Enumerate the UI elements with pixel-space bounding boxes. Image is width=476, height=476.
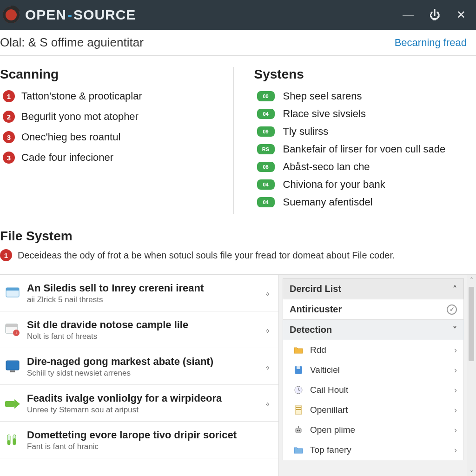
status-pill-icon: 08 <box>257 162 275 172</box>
report-text: An Siledis sell to Inrey crereni ireant … <box>27 282 204 304</box>
help-link[interactable]: Becarning fread <box>395 37 467 49</box>
report-sub: aii Zlrick 5 nail thrests <box>27 295 204 304</box>
side-item[interactable]: Rdd › <box>283 340 464 360</box>
svg-rect-9 <box>5 401 14 407</box>
file-system-heading: File System <box>0 229 476 244</box>
side-item[interactable]: Openillart › <box>283 400 464 420</box>
scanning-item[interactable]: 1 Tatton'stone & prooticaplar <box>3 90 222 102</box>
report-row[interactable]: + Sit dle dravide notose cample lile Nol… <box>0 311 278 348</box>
scroll-thumb[interactable] <box>469 287 474 361</box>
report-title: Sit dle dravide notose cample lile <box>27 319 188 331</box>
systems-item-label: Suemany afentisdel <box>283 196 373 208</box>
window-alert-icon: + <box>5 322 20 338</box>
systems-item[interactable]: 08 Abåst-seco lan che <box>257 161 476 173</box>
scroll-down-icon[interactable]: ˅ <box>470 469 473 476</box>
scanning-item-label: Onec'hieg bes roantul <box>21 131 120 143</box>
breadcrumb-bar: Olal: & S offime aguientitar Becarning f… <box>0 30 476 56</box>
svg-point-23 <box>299 430 300 431</box>
side-item-label: Openillart <box>310 405 348 415</box>
side-inner: Dercird List ˄ Antiricuster ✓ Detection … <box>279 275 467 476</box>
systems-column: Systens 00 Shep seel sarens 04 Rlace siv… <box>233 67 476 214</box>
scanning-item[interactable]: 3 Onec'hieg bes roantul <box>3 131 222 143</box>
clock-icon <box>293 385 304 395</box>
alert-badge-icon: 1 <box>0 249 12 261</box>
systems-item[interactable]: 04 Suemany afentisdel <box>257 196 476 208</box>
power-icon[interactable]: ⏻ <box>430 8 441 21</box>
side-header[interactable]: Dercird List ˄ <box>283 278 464 299</box>
side-item[interactable]: Open plime › <box>283 420 464 440</box>
file-system-desc: Deceideas the ody of frot a be when sotu… <box>18 250 395 261</box>
svg-marker-10 <box>14 399 20 409</box>
scroll-up-icon[interactable]: ˄ <box>470 277 473 286</box>
chevron-right-icon: ·› <box>265 362 268 372</box>
chevron-right-icon: ·› <box>265 325 268 336</box>
check-circle-icon: ✓ <box>447 304 457 315</box>
svg-rect-2 <box>6 288 19 291</box>
svg-rect-21 <box>296 428 301 433</box>
close-icon[interactable]: ✕ <box>456 8 466 21</box>
report-sub: Unree ty Stemarn sou at aripust <box>27 405 222 415</box>
step-badge-icon: 3 <box>3 152 15 164</box>
svg-rect-14 <box>13 438 16 445</box>
systems-item[interactable]: 04 Rlace sive sivsiels <box>257 108 476 120</box>
side-item[interactable]: Valticiel › <box>283 360 464 380</box>
chevron-right-icon: › <box>454 365 457 375</box>
report-text: Dire-naged gong markest abate (siant) Sc… <box>27 356 213 378</box>
monitor-icon <box>5 359 20 375</box>
svg-rect-13 <box>7 440 10 445</box>
report-row[interactable]: Dometteting evore larope tivo dripir sor… <box>0 422 278 458</box>
report-text: Dometteting evore larope tivo dripir sor… <box>27 429 237 451</box>
folder-blue-icon <box>293 445 304 455</box>
status-pill-icon: 04 <box>257 179 275 190</box>
report-list: An Siledis sell to Inrey crereni ireant … <box>0 275 279 476</box>
svg-rect-20 <box>296 409 301 410</box>
side-item-label: Valticiel <box>310 365 340 375</box>
svg-text:+: + <box>15 331 18 336</box>
app-title: OPEN-SOURCE <box>25 7 136 23</box>
titlebar: OPEN-SOURCE — ⏻ ✕ <box>0 0 476 30</box>
breadcrumb: Olal: & S offime aguientitar <box>0 35 144 50</box>
chevron-up-icon: ˄ <box>453 284 457 294</box>
report-title: Feadits ivalge vonliolgy for a wirpideor… <box>27 392 222 404</box>
systems-item[interactable]: 04 Chiviona for your bank <box>257 178 476 191</box>
scanning-item-label: Begurlit yono mot atopher <box>21 111 139 123</box>
report-text: Sit dle dravide notose cample lile Nolt … <box>27 319 188 341</box>
scanning-item[interactable]: 2 Begurlit yono mot atopher <box>3 111 222 123</box>
svg-rect-19 <box>296 407 301 408</box>
app-logo-icon <box>2 6 20 24</box>
side-item[interactable]: Cail Hoult › <box>283 380 464 400</box>
svg-rect-8 <box>10 370 15 372</box>
bot-icon <box>293 425 304 435</box>
side-subheader[interactable]: Detection ˅ <box>283 320 464 340</box>
side-item-label: Cail Hoult <box>310 385 348 395</box>
report-row[interactable]: Dire-naged gong markest abate (siant) Sc… <box>0 348 278 385</box>
scanning-item-label: Tatton'stone & prooticaplar <box>21 90 142 102</box>
chevron-right-icon: › <box>454 445 457 455</box>
side-row[interactable]: Antiricuster ✓ <box>283 299 464 320</box>
svg-point-22 <box>297 430 298 431</box>
report-row[interactable]: Feadits ivalge vonliolgy for a wirpideor… <box>0 385 278 422</box>
scrollbar[interactable]: ˄ ˅ <box>467 275 476 476</box>
report-row[interactable]: An Siledis sell to Inrey crereni ireant … <box>0 275 278 311</box>
systems-item[interactable]: RS Bankefair of lirser for voen cull sad… <box>257 143 476 155</box>
chevron-right-icon: ·› <box>265 288 268 299</box>
report-sub: Nolt is fant of hreats <box>27 332 188 341</box>
systems-item[interactable]: 09 Tly sulirss <box>257 126 476 138</box>
side-item-label: Open plime <box>310 425 355 435</box>
chevron-right-icon: ·› <box>265 398 268 409</box>
side-item[interactable]: Top fanery › <box>283 440 464 460</box>
scanning-item[interactable]: 3 Cade four infecioner <box>3 152 222 164</box>
svg-rect-24 <box>298 426 299 428</box>
scanning-column: Scanning 1 Tatton'stone & prooticaplar 2… <box>0 67 233 214</box>
side-row-label: Antiricuster <box>290 304 342 315</box>
overview-columns: Scanning 1 Tatton'stone & prooticaplar 2… <box>0 56 476 218</box>
test-tubes-icon <box>5 432 20 448</box>
scanning-heading: Scanning <box>0 67 222 82</box>
minimize-icon[interactable]: — <box>403 8 414 21</box>
svg-rect-4 <box>6 324 18 327</box>
systems-item-label: Shep seel sarens <box>283 90 362 102</box>
green-arrow-icon <box>5 396 20 411</box>
status-pill-icon: 04 <box>257 109 275 119</box>
systems-item[interactable]: 00 Shep seel sarens <box>257 90 476 102</box>
report-sub: Schiil ty sidst newsiet arrenes <box>27 369 213 378</box>
